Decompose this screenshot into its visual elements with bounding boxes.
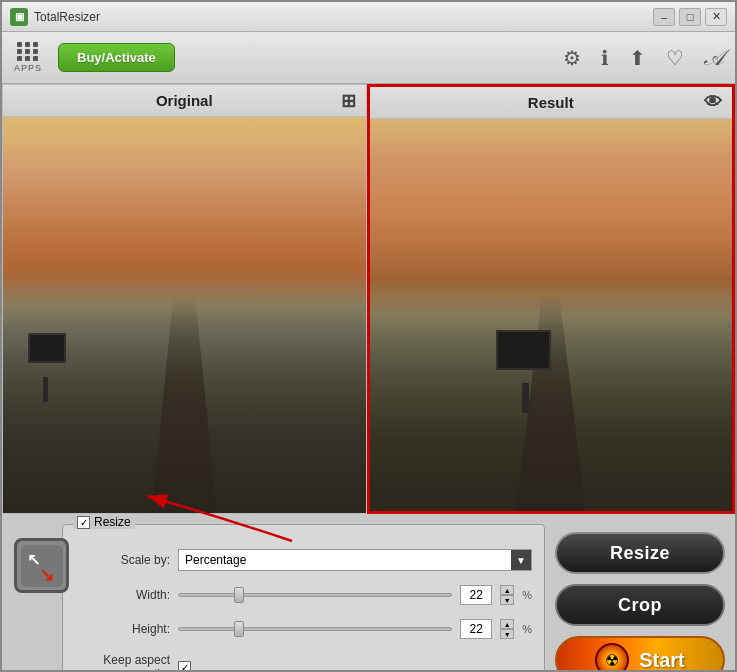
resize-checkbox[interactable]: ✓ (77, 516, 90, 529)
height-slider-track[interactable] (178, 627, 452, 631)
road-overlay (3, 295, 366, 513)
apps-dots (17, 42, 39, 61)
original-image (3, 117, 366, 513)
result-header: Result 👁 (370, 87, 733, 119)
height-spinner[interactable]: ▲ ▼ (500, 619, 514, 639)
width-unit: % (522, 589, 532, 601)
width-slider-track[interactable] (178, 593, 452, 597)
eye-icon[interactable]: 👁 (704, 92, 722, 113)
resize-section: ↖ ↘ ✓ Resize (12, 524, 545, 672)
font-icon[interactable]: 𝒜 (704, 45, 723, 71)
original-label: Original (156, 92, 213, 109)
right-buttons: Resize Crop ☢ Start (555, 524, 725, 672)
scale-dropdown[interactable]: Percentage ▼ (178, 549, 532, 571)
width-label: Width: (75, 588, 170, 602)
height-increment-btn[interactable]: ▲ (500, 619, 514, 629)
aspect-row: Keep aspect ratio: ✓ (75, 653, 532, 672)
width-spinner[interactable]: ▲ ▼ (500, 585, 514, 605)
result-label: Result (528, 94, 574, 111)
svg-text:↘: ↘ (39, 565, 54, 585)
heart-icon[interactable]: ♡ (666, 46, 684, 70)
original-road-scene (3, 117, 366, 513)
buy-activate-button[interactable]: Buy/Activate (58, 43, 175, 72)
compare-icon[interactable]: ⊞ (341, 90, 356, 112)
apps-label: APPS (14, 63, 42, 73)
aspect-checkbox[interactable]: ✓ (178, 661, 191, 673)
result-image (370, 119, 733, 511)
resize-button[interactable]: Resize (555, 532, 725, 574)
height-label: Height: (75, 622, 170, 636)
bottom-area: ↖ ↘ ✓ Resize (2, 514, 735, 672)
resize-legend: ✓ Resize (73, 515, 135, 529)
minimize-button[interactable]: – (653, 8, 675, 26)
start-button[interactable]: ☢ Start (555, 636, 725, 672)
scale-dropdown-value: Percentage (185, 553, 246, 567)
app-icon: ▣ (10, 8, 28, 26)
resize-box: ✓ Resize Scale by: Percentage ▼ Width: (62, 524, 545, 672)
close-button[interactable]: ✕ (705, 8, 727, 26)
scale-label: Scale by: (75, 553, 170, 567)
resize-legend-label: Resize (94, 515, 131, 529)
crop-button[interactable]: Crop (555, 584, 725, 626)
height-value-input[interactable]: 22 (460, 619, 492, 639)
height-slider-thumb[interactable] (234, 621, 244, 637)
scale-value: Percentage ▼ (178, 549, 532, 571)
result-road-scene (370, 119, 733, 511)
app-title: TotalResizer (34, 10, 653, 24)
width-value-input[interactable]: 22 (460, 585, 492, 605)
height-decrement-btn[interactable]: ▼ (500, 629, 514, 639)
title-bar: ▣ TotalResizer – □ ✕ (2, 2, 735, 32)
toolbar: APPS Buy/Activate ⚙ ℹ ⬆ ♡ 𝒜 (2, 32, 735, 84)
start-label: Start (639, 649, 685, 672)
apps-icon[interactable]: APPS (14, 42, 42, 73)
width-decrement-btn[interactable]: ▼ (500, 595, 514, 605)
width-row: Width: 22 ▲ ▼ % (75, 585, 532, 605)
maximize-button[interactable]: □ (679, 8, 701, 26)
resize-arrow-icon[interactable]: ↖ ↘ (14, 538, 69, 593)
height-slider-container (178, 627, 452, 631)
info-icon[interactable]: ℹ (601, 46, 609, 70)
width-slider-container (178, 593, 452, 597)
width-slider-thumb[interactable] (234, 587, 244, 603)
result-panel: Result 👁 (367, 84, 736, 514)
start-icon: ☢ (595, 643, 629, 672)
scale-row: Scale by: Percentage ▼ (75, 549, 532, 571)
original-header: Original ⊞ (3, 85, 366, 117)
window-controls: – □ ✕ (653, 8, 727, 26)
aspect-label: Keep aspect ratio: (75, 653, 170, 672)
gear-icon[interactable]: ⚙ (563, 46, 581, 70)
width-increment-btn[interactable]: ▲ (500, 585, 514, 595)
result-road-overlay (370, 295, 733, 511)
arrow-annotation (137, 486, 297, 546)
main-area: Original ⊞ Result 👁 (2, 84, 735, 514)
height-row: Height: 22 ▲ ▼ % (75, 619, 532, 639)
share-icon[interactable]: ⬆ (629, 46, 646, 70)
toolbar-icons: ⚙ ℹ ⬆ ♡ 𝒜 (563, 45, 723, 71)
app-icon-text: ▣ (15, 11, 24, 22)
dropdown-arrow-icon: ▼ (511, 550, 531, 570)
height-unit: % (522, 623, 532, 635)
aspect-value: ✓ (178, 661, 532, 673)
original-panel: Original ⊞ (2, 84, 367, 514)
